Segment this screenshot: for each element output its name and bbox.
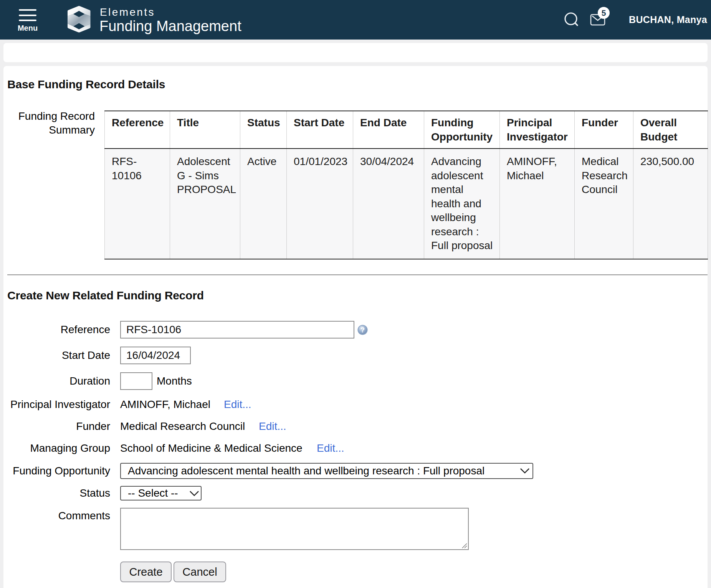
svg-text:?: ?: [360, 326, 365, 334]
svg-text:5: 5: [602, 9, 606, 18]
